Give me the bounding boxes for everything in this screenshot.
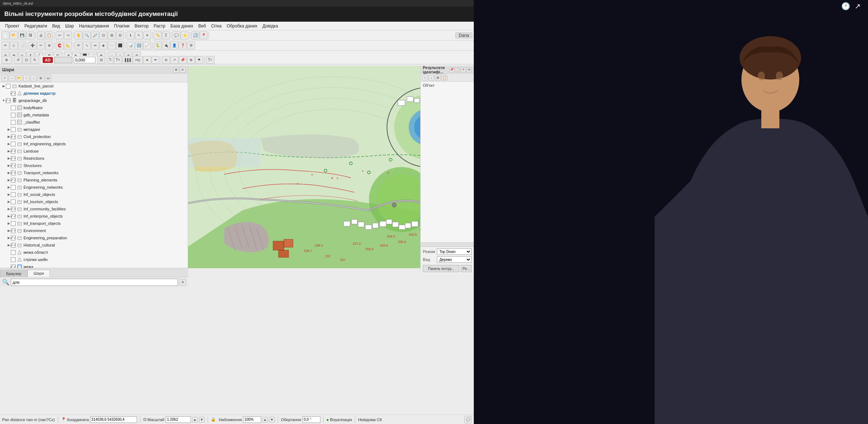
zoom-out-btn[interactable]: 🔎 <box>91 31 99 39</box>
layer-checkbox-transport[interactable]: ✓ <box>11 171 16 175</box>
layer-item-eng_prep[interactable]: ▶✓Engineering_preparation <box>0 234 188 241</box>
layer-checkbox-metadani[interactable] <box>11 127 16 132</box>
filter-btn[interactable]: ⊞ <box>38 75 44 81</box>
layer-checkbox-eng_networks[interactable] <box>11 185 16 190</box>
print-btn[interactable]: 🖨 <box>37 31 45 39</box>
tracing-btn[interactable]: 📐 <box>64 42 72 50</box>
prox-down-btn[interactable]: ▼ <box>269 417 275 423</box>
green-circle[interactable]: ● <box>143 56 151 64</box>
menu-item-веб[interactable]: Веб <box>196 23 208 29</box>
layer-checkbox-landuse[interactable]: ✓ <box>11 149 16 154</box>
save-btn[interactable]: 💾 <box>18 31 26 39</box>
T-label[interactable]: T- <box>108 56 114 64</box>
layer-expand-inf_social[interactable]: ▶ <box>7 192 11 197</box>
reshape-btn[interactable]: ◈ <box>99 42 107 50</box>
layer-checkbox-civil[interactable]: ✓ <box>11 134 16 139</box>
layer-expand-eng_networks[interactable]: ▶ <box>7 185 11 189</box>
menu-item-обробкаданих[interactable]: Обробка даних <box>225 23 260 29</box>
menu-item-растр[interactable]: Растр <box>152 23 167 29</box>
layer-item-environment[interactable]: ▶✓Environment <box>0 227 188 234</box>
pin-btn[interactable]: 📌 <box>179 56 187 64</box>
layer-checkbox-inf_social[interactable] <box>11 192 16 197</box>
layer-expand-mezha_obl[interactable] <box>7 250 11 254</box>
open-btn[interactable]: 📂 <box>10 31 18 39</box>
rotation3-btn[interactable]: ↻ <box>31 56 39 64</box>
scale-down-btn[interactable]: ▼ <box>199 417 205 423</box>
map-tips-btn[interactable]: 💬 <box>173 31 180 39</box>
layer-item-dilanky[interactable]: ✓ділянки кадастр <box>0 90 188 97</box>
field-calc-btn[interactable]: 🔢 <box>135 42 143 50</box>
select-btn[interactable]: ↖ <box>135 31 143 39</box>
layer-down-btn[interactable]: ↓ <box>30 75 37 81</box>
pen-btn[interactable]: ✒ <box>152 56 159 64</box>
results-expand-btn[interactable]: ≫ <box>467 67 472 72</box>
layer-expand-kadastr[interactable]: ▶ <box>1 84 6 88</box>
layer-item-planning[interactable]: ▶✓Planning_elements <box>0 176 188 184</box>
measure-btn[interactable]: 📏 <box>154 31 162 39</box>
refresh-btn[interactable]: 🔄 <box>191 31 199 39</box>
layer-checkbox-kodyfikator[interactable] <box>11 106 16 110</box>
rotation-value[interactable] <box>302 416 320 423</box>
delete-feature-btn[interactable]: ✂ <box>37 42 45 50</box>
proximity-value[interactable] <box>243 416 261 423</box>
layer-item-landuse[interactable]: ▶✓Landuse <box>0 147 188 155</box>
mode-select[interactable]: Top Down <box>437 248 472 255</box>
menu-item-налаштування[interactable]: Налаштування <box>77 23 111 29</box>
search-input[interactable] <box>11 279 178 286</box>
layer-checkbox-geopackage[interactable]: ✓ <box>6 98 10 103</box>
menu-item-редагувати[interactable]: Редагувати <box>22 23 50 29</box>
layer-checkbox-mezha[interactable]: ✓ <box>11 265 16 268</box>
layer-checkbox-planning[interactable]: ✓ <box>11 178 16 183</box>
layer-item-structures[interactable]: ▶✓Structures <box>0 162 188 169</box>
deselect-btn[interactable]: ✕ <box>143 31 151 39</box>
edit-btn[interactable]: ◇ <box>10 42 18 50</box>
layer-expand-inf_transport[interactable]: ▶ <box>7 221 11 226</box>
layer-checkbox-structures[interactable]: ✓ <box>11 163 16 168</box>
group-btn[interactable]: 🗂 <box>45 75 51 81</box>
results-scrollbar[interactable] <box>421 242 474 247</box>
pan-btn[interactable]: ✋ <box>75 31 82 39</box>
layer-checkbox-inf_eng[interactable] <box>11 142 16 146</box>
layer-expand-inf_tourism[interactable]: ▶ <box>7 200 11 204</box>
layer-item-clasiffier[interactable]: _clasiffier <box>0 119 188 126</box>
scale-up-btn[interactable]: ▲ <box>192 417 198 423</box>
layer-expand-clasiffier[interactable] <box>7 120 11 124</box>
crs-btn[interactable]: ⊕ <box>1 56 12 64</box>
layer-item-geopackage[interactable]: ▼✓🗄geopackage_db <box>0 97 188 104</box>
layer-expand-inf_eng[interactable]: ▶ <box>7 142 11 146</box>
layer-item-kadastr[interactable]: ▶Kadastr_live_parcel <box>0 82 188 90</box>
layer-item-eng_networks[interactable]: ▶Engineering_networks <box>0 184 188 191</box>
share-icon[interactable]: ↗ <box>855 2 861 10</box>
split-btn[interactable]: ⋯ <box>108 42 116 50</box>
layer-item-mezha_obl[interactable]: межа області <box>0 249 188 256</box>
coordinates-value[interactable] <box>90 416 137 423</box>
layer-checkbox-inf_tourism[interactable] <box>11 200 16 204</box>
new-project-btn[interactable]: 📄 <box>1 31 9 39</box>
redo-btn[interactable]: ↪ <box>64 31 72 39</box>
fill-btn[interactable]: ⬛ <box>116 42 124 50</box>
results-tb-3[interactable]: ⊞ <box>435 75 441 81</box>
save-as-btn[interactable]: 🖫 <box>26 31 34 39</box>
layer-checkbox-hist_cult[interactable]: ✓ <box>11 243 16 248</box>
undo-btn[interactable]: ↩ <box>56 31 64 39</box>
text-btn[interactable]: T+ <box>206 56 214 64</box>
search-clear-btn[interactable]: ✕ <box>179 279 186 286</box>
remove-layer-btn[interactable]: − <box>9 75 15 81</box>
python-btn[interactable]: 🐍 <box>154 42 162 50</box>
node-btn[interactable]: ⬜ <box>18 42 26 50</box>
zoom-select-btn[interactable]: ⊟ <box>116 31 124 39</box>
results-tb-2[interactable]: ↓ <box>429 75 434 81</box>
layer-item-inf_community[interactable]: ▶✓Inf_community_facilities <box>0 205 188 213</box>
messages-btn[interactable]: 💬 <box>464 416 472 423</box>
results-copy-btn[interactable]: 📋 <box>455 67 460 72</box>
results-clear-btn[interactable]: ✕ <box>461 67 466 72</box>
T-plus[interactable]: T+ <box>114 56 122 64</box>
layer-checkbox-inf_transport[interactable] <box>11 221 16 226</box>
layer-item-hist_cult[interactable]: ▶✓Historical_cultural <box>0 241 188 249</box>
menu-item-шар[interactable]: Шар <box>63 23 76 29</box>
layer-expand-metadani[interactable]: ▶ <box>7 127 11 132</box>
layer-item-strilky[interactable]: стрілки шейн <box>0 256 188 263</box>
layer-checkbox-inf_community[interactable]: ✓ <box>11 207 16 211</box>
merge-btn[interactable]: ⊕ <box>45 42 53 50</box>
layers-content[interactable]: ▶Kadastr_live_parcel✓ділянки кадастр▼✓🗄g… <box>0 82 188 268</box>
